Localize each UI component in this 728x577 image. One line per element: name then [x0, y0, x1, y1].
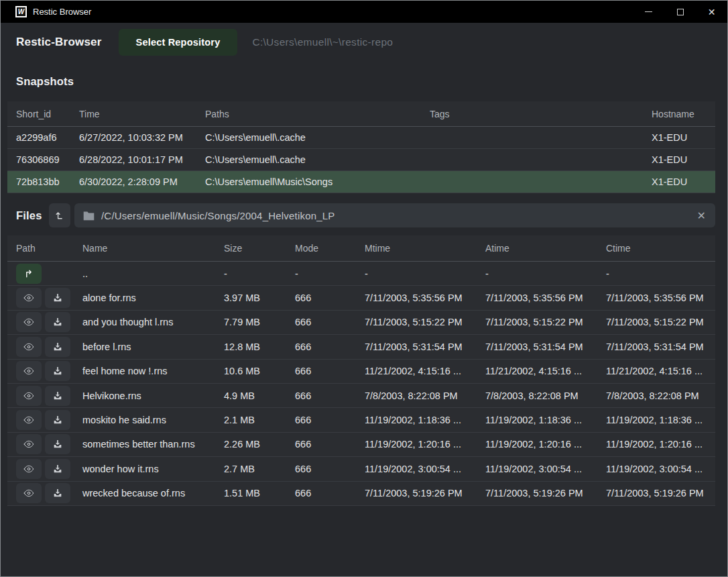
file-ctime: 11/21/2002, 4:15:16 ... [597, 366, 715, 376]
file-size: 3.97 MB [215, 293, 286, 303]
maximize-button[interactable] [664, 1, 696, 23]
file-mtime: 11/19/2002, 1:20:16 ... [356, 439, 477, 450]
file-ctime: 7/11/2003, 5:35:56 PM [597, 293, 715, 303]
column-header-atime: Atime [477, 243, 597, 254]
download-file-button[interactable] [45, 459, 70, 479]
preview-file-button[interactable] [16, 434, 42, 454]
preview-file-button[interactable] [16, 483, 42, 503]
files-table: Path Name Size Mode Mtime Atime Ctime ..… [7, 235, 715, 506]
file-ctime: 11/19/2002, 1:18:36 ... [597, 415, 715, 425]
close-icon: ✕ [708, 7, 716, 17]
files-heading: Files [16, 209, 42, 222]
file-atime: 7/11/2003, 5:35:56 PM [477, 293, 597, 303]
snapshot-hostname: X1-EDU [643, 132, 715, 143]
file-mode: 666 [286, 293, 356, 303]
window-controls: ✕ [633, 1, 727, 23]
current-path-text: /C/Users/emuell/Music/Songs/2004_Helveti… [101, 210, 335, 221]
column-header-size: Size [215, 243, 286, 254]
download-icon [52, 415, 63, 425]
file-mode: 666 [286, 415, 356, 425]
snapshot-paths: C:\Users\emuell\Music\Songs [196, 176, 421, 187]
preview-file-button[interactable] [16, 361, 42, 381]
file-mtime: 7/11/2003, 5:15:22 PM [356, 317, 477, 327]
preview-file-button[interactable] [16, 386, 42, 406]
go-to-root-button[interactable] [49, 203, 70, 227]
app-header: Restic-Browser Select Repository C:\User… [1, 23, 727, 61]
file-ctime: 7/11/2003, 5:15:22 PM [597, 317, 715, 327]
column-header-ctime: Ctime [597, 243, 715, 254]
close-button[interactable]: ✕ [696, 1, 727, 23]
column-header-short-id: Short_id [7, 109, 70, 119]
file-ctime: 7/11/2003, 5:31:54 PM [597, 342, 715, 352]
download-icon [52, 488, 63, 499]
snapshots-table: Short_id Time Paths Tags Hostname a2299a… [7, 101, 715, 193]
snapshot-row[interactable]: 76306869 6/28/2022, 10:01:17 PM C:\Users… [7, 149, 715, 171]
column-header-mtime: Mtime [356, 243, 477, 254]
file-size: - [215, 268, 286, 279]
snapshot-short-id: a2299af6 [7, 132, 70, 143]
file-atime: 11/21/2002, 4:15:16 ... [477, 366, 597, 376]
download-file-button[interactable] [45, 337, 70, 357]
snapshot-row[interactable]: 72b813bb 6/30/2022, 2:28:09 PM C:\Users\… [7, 171, 715, 193]
parent-directory-button[interactable] [16, 264, 42, 284]
download-file-button[interactable] [45, 288, 70, 308]
column-header-paths: Paths [196, 109, 421, 119]
maximize-icon [677, 9, 684, 15]
eye-icon [23, 390, 35, 401]
column-header-mode: Mode [286, 243, 356, 254]
eye-icon [23, 366, 35, 376]
wails-logo-icon: W [15, 6, 27, 17]
file-row: Helvikone.rns 4.9 MB 666 7/8/2003, 8:22:… [7, 384, 715, 408]
download-file-button[interactable] [45, 434, 70, 454]
file-mode: - [286, 268, 356, 279]
file-mode: 666 [286, 317, 356, 327]
download-file-button[interactable] [45, 361, 70, 381]
file-size: 4.9 MB [215, 390, 286, 401]
download-icon [52, 293, 63, 303]
file-name: moskito he said.rns [74, 415, 215, 425]
snapshot-paths: C:\Users\emuell\.cache [196, 154, 421, 165]
preview-file-button[interactable] [16, 288, 42, 308]
snapshot-time: 6/30/2022, 2:28:09 PM [70, 176, 196, 187]
snapshots-heading: Snapshots [16, 75, 74, 88]
file-mode: 666 [286, 342, 356, 352]
file-row: alone for.rns 3.97 MB 666 7/11/2003, 5:3… [7, 286, 715, 310]
up-then-right-arrow-icon [23, 268, 34, 279]
eye-icon [23, 317, 35, 327]
minimize-button[interactable] [633, 1, 664, 23]
download-file-button[interactable] [45, 386, 70, 406]
file-row: feel home now !.rns 10.6 MB 666 11/21/20… [7, 360, 715, 384]
file-atime: 7/11/2003, 5:31:54 PM [477, 342, 597, 352]
eye-icon [23, 415, 35, 425]
eye-icon [23, 342, 35, 352]
file-mtime: 11/19/2002, 1:18:36 ... [356, 415, 477, 425]
minimize-icon [645, 11, 652, 12]
download-file-button[interactable] [45, 312, 70, 332]
file-ctime: 7/8/2003, 8:22:08 PM [597, 390, 715, 401]
preview-file-button[interactable] [16, 312, 42, 332]
snapshot-row[interactable]: a2299af6 6/27/2022, 10:03:32 PM C:\Users… [7, 127, 715, 149]
download-icon [52, 439, 63, 450]
titlebar: W Restic Browser ✕ [1, 1, 727, 23]
preview-file-button[interactable] [16, 459, 42, 479]
current-path-bar[interactable]: /C/Users/emuell/Music/Songs/2004_Helveti… [74, 203, 715, 227]
download-icon [52, 342, 63, 352]
clear-path-button[interactable]: ✕ [697, 209, 706, 222]
download-icon [52, 464, 63, 474]
preview-file-button[interactable] [16, 337, 42, 357]
download-file-button[interactable] [45, 483, 70, 503]
file-atime: 11/19/2002, 1:20:16 ... [477, 439, 597, 450]
file-size: 10.6 MB [215, 366, 286, 376]
preview-file-button[interactable] [16, 410, 42, 430]
snapshot-time: 6/27/2022, 10:03:32 PM [70, 132, 196, 143]
file-name: wonder how it.rns [74, 464, 215, 474]
download-file-button[interactable] [45, 410, 70, 430]
files-table-header: Path Name Size Mode Mtime Atime Ctime [7, 235, 715, 262]
snapshot-hostname: X1-EDU [643, 176, 715, 187]
select-repository-button[interactable]: Select Repository [119, 29, 238, 56]
column-header-time: Time [70, 109, 196, 119]
repository-path: C:\Users\emuell\~\restic-repo [252, 36, 393, 48]
download-icon [52, 390, 63, 401]
snapshot-paths: C:\Users\emuell\.cache [196, 132, 421, 143]
parent-directory-row: .. - - - - - [7, 262, 715, 286]
